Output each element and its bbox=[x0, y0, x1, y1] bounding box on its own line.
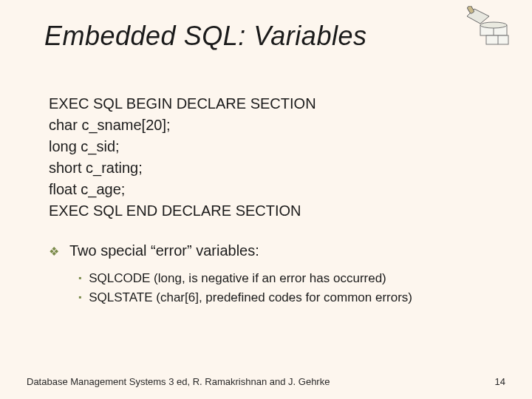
code-line: float c_age; bbox=[49, 179, 488, 200]
bullet-level-2: ▪ SQLSTATE (char[6], predefined codes fo… bbox=[78, 288, 488, 307]
square-bullet-icon: ▪ bbox=[78, 269, 81, 287]
code-line: char c_sname[20]; bbox=[49, 115, 488, 136]
footer: Database Management Systems 3 ed, R. Ram… bbox=[27, 376, 505, 387]
code-line: EXEC SQL BEGIN DECLARE SECTION bbox=[49, 93, 488, 115]
slide: Embedded SQL: Variables EXEC SQL BEGIN D… bbox=[0, 0, 532, 399]
slide-title: Embedded SQL: Variables bbox=[44, 21, 488, 52]
bullet-level-2: ▪ SQLCODE (long, is negative if an error… bbox=[78, 269, 488, 288]
code-line: long c_sid; bbox=[49, 136, 488, 157]
code-block: EXEC SQL BEGIN DECLARE SECTION char c_sn… bbox=[44, 93, 488, 222]
bullet-text: SQLCODE (long, is negative if an error h… bbox=[89, 269, 386, 288]
svg-rect-1 bbox=[486, 35, 508, 44]
bullet-level-1: ❖ Two special “error” variables: bbox=[49, 242, 488, 262]
page-number: 14 bbox=[495, 376, 505, 387]
svg-rect-6 bbox=[467, 6, 474, 14]
trowel-bricks-icon bbox=[452, 6, 511, 50]
square-bullet-icon: ▪ bbox=[78, 288, 81, 306]
footer-attribution: Database Management Systems 3 ed, R. Ram… bbox=[27, 376, 330, 387]
bullet-text: Two special “error” variables: bbox=[69, 242, 259, 259]
code-line: EXEC SQL END DECLARE SECTION bbox=[49, 200, 488, 222]
bullet-text: SQLSTATE (char[6], predefined codes for … bbox=[89, 288, 412, 307]
svg-point-4 bbox=[480, 22, 507, 28]
diamond-bullet-icon: ❖ bbox=[49, 242, 59, 262]
code-line: short c_rating; bbox=[49, 157, 488, 179]
bullet-section: ❖ Two special “error” variables: ▪ SQLCO… bbox=[44, 242, 488, 307]
